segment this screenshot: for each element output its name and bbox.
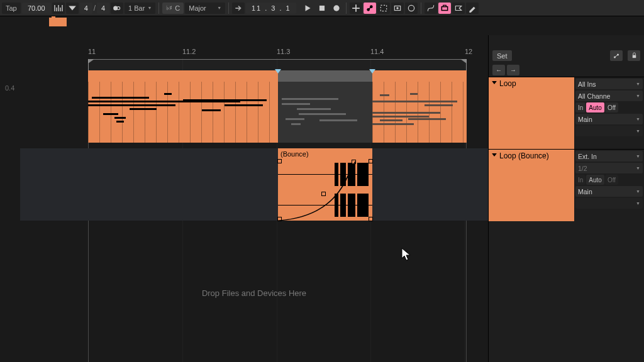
stop-button[interactable] [316,3,328,14]
quantize-dropdown[interactable]: 1 Bar [125,3,155,14]
track-fold-icon[interactable] [492,81,497,84]
tempo-field[interactable]: 70.00 [22,3,51,14]
time-sig-numerator[interactable]: 4 [80,3,92,14]
record-button[interactable] [330,3,343,14]
svg-point-9 [409,5,414,11]
monitor-off-button[interactable]: Off [605,102,618,112]
ruler-tick: 11.4 [370,48,384,55]
time-sig-denominator[interactable]: 4 [97,3,109,14]
punch-in-icon[interactable] [452,3,465,14]
ruler-tick: 11 [88,48,96,55]
ruler-tick: 11.2 [182,48,196,55]
ruler-left-marker: 0.4 [5,84,14,92]
draw-mode-icon[interactable] [425,3,437,14]
time-signature: 4 / 4 [80,3,109,14]
svg-rect-10 [442,6,448,10]
track-lane-2[interactable]: (Bounce) [20,148,488,221]
track-name: Loop [499,79,516,147]
set-marker-button[interactable]: Set [492,50,512,61]
follow-button[interactable] [232,3,245,14]
time-sig-divider: / [94,4,96,13]
svg-rect-2 [319,5,325,10]
selection-header[interactable] [278,70,372,82]
drop-files-hint: Drop Files and Devices Here [20,224,488,362]
arrangement-position[interactable]: 11 . 3 . 1 [246,3,296,14]
midi-clip[interactable] [88,70,278,143]
selection-handle-right[interactable] [369,69,375,74]
prev-marker-button[interactable]: ← [492,65,505,75]
overview-locator[interactable] [49,18,67,26]
monitor-segment: In Auto Off [575,102,643,112]
reautomation-button[interactable] [377,3,390,14]
next-marker-button[interactable]: → [507,65,519,75]
key-root-value: C [175,4,180,12]
top-toolbar: Tap 70.00 4 / 4 1 Bar ♭♯ C Major 11 . 3 … [0,0,644,16]
track-panel: Set ← → Loop All Ins▼ Al [488,35,644,362]
panel-track-row: Loop (Bounce) Ext. In▼ 1/2▼ In Auto Off … [489,149,644,221]
key-scale-dropdown[interactable]: Major [185,3,225,14]
svg-point-3 [334,5,340,11]
output-sub-dropdown[interactable]: ▼ [575,198,643,209]
metronome-toggle[interactable] [111,3,123,14]
play-button[interactable] [301,3,314,14]
nudge-down-button[interactable] [66,3,79,14]
timeline-area[interactable]: 11 11.2 11.3 11.4 12 [20,35,488,362]
track-fold-icon[interactable] [492,153,497,156]
input-channel-dropdown[interactable]: 1/2▼ [575,163,643,173]
output-dropdown[interactable]: Main▼ [575,114,643,124]
output-sub-dropdown[interactable]: ▼ [575,126,643,136]
output-dropdown[interactable]: Main▼ [575,186,643,197]
svg-rect-13 [632,55,636,58]
ghost-notes [372,82,467,143]
selection-body[interactable] [278,82,372,143]
input-type-dropdown[interactable]: Ext. In▼ [575,151,643,162]
loop-switch[interactable] [438,3,451,14]
session-record-button[interactable] [405,3,418,14]
monitor-segment: In Auto Off [575,175,643,185]
ruler-tick: 11.3 [277,48,290,55]
track-name: Loop (Bounce) [499,151,549,219]
overdub-button[interactable] [350,3,362,14]
track-header[interactable]: Loop (Bounce) [489,150,574,221]
flat-icon: ♭♯ [166,4,172,11]
monitor-off-button[interactable]: Off [605,175,618,185]
input-channel-dropdown[interactable]: All Channe▼ [575,90,643,101]
input-type-dropdown[interactable]: All Ins▼ [575,79,643,89]
clip-title: (Bounce) [278,148,372,159]
monitor-in-button[interactable]: In [575,175,586,185]
automation-mode-icon[interactable] [610,50,623,61]
beat-ruler[interactable]: 11 11.2 11.3 11.4 12 [20,48,488,59]
metronome-button[interactable] [52,3,65,14]
left-gutter: 0.4 [0,35,20,362]
selection-handle-left[interactable] [275,69,281,74]
monitor-auto-button[interactable]: Auto [586,175,604,185]
key-root-dropdown[interactable]: ♭♯ C [162,3,184,14]
ruler-tick: 12 [465,48,472,55]
lock-icon[interactable] [628,50,640,61]
arrangement-overview[interactable] [0,16,644,35]
capture-button[interactable] [391,3,404,14]
draw-tool-icon[interactable] [466,3,479,14]
monitor-in-button[interactable]: In [575,102,586,112]
svg-point-8 [397,7,399,9]
fade-in-curve[interactable] [278,159,372,221]
audio-clip-bounce[interactable]: (Bounce) [278,148,372,221]
tap-tempo-button[interactable]: Tap [2,3,21,14]
panel-track-row: Loop All Ins▼ All Channe▼ In Auto Off Ma… [489,77,644,149]
svg-rect-6 [381,5,387,11]
track-header[interactable]: Loop [489,77,574,149]
monitor-auto-button[interactable]: Auto [586,102,604,112]
automation-arm-button[interactable] [364,3,376,14]
